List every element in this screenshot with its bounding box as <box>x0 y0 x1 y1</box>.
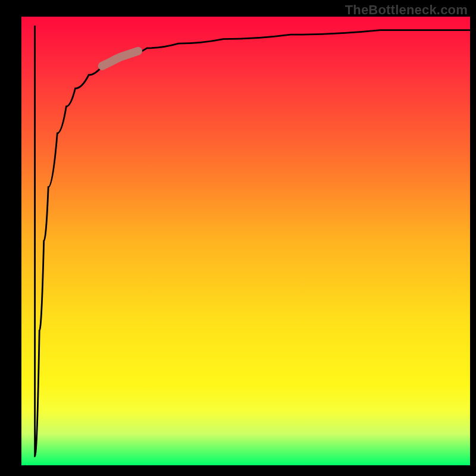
plot-area <box>21 17 470 465</box>
bottleneck-curve-svg <box>21 17 470 465</box>
curve-highlight-segment <box>102 51 138 66</box>
bottleneck-curve <box>35 26 470 456</box>
watermark-text: TheBottleneck.com <box>345 2 468 18</box>
chart-frame: TheBottleneck.com <box>0 0 476 476</box>
